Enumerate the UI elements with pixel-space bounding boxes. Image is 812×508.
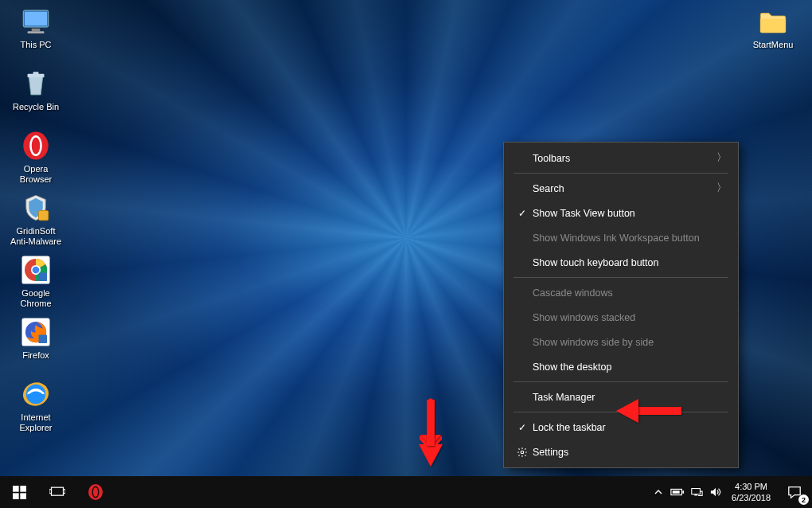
tray-network-icon[interactable] (687, 476, 706, 508)
svg-rect-1 (25, 12, 47, 26)
ie-icon (19, 377, 53, 411)
menu-item-label: Show windows stacked (533, 312, 635, 323)
svg-rect-23 (635, 407, 681, 415)
menu-item-label: Task Manager (533, 392, 595, 403)
desktop-icon-gridinsoft[interactable]: GridinSoft Anti-Malware (6, 190, 65, 252)
svg-rect-28 (52, 487, 64, 495)
taskbar[interactable]: 4:30 PM 6/23/2018 2 (0, 476, 812, 508)
menu-item-toolbars[interactable]: Toolbars 〉 (504, 146, 738, 170)
tray-volume-icon[interactable] (706, 476, 725, 508)
menu-item-label: Cascade windows (533, 287, 613, 299)
menu-separator (513, 173, 728, 174)
menu-item-show-touch-kb[interactable]: Show touch keyboard button (504, 250, 738, 275)
desktop-icons-grid: This PC Recycle Bin Opera Browser Gridin… (6, 3, 65, 473)
windows-icon (13, 486, 26, 499)
clock-time: 4:30 PM (732, 481, 771, 492)
opera-icon (19, 129, 53, 162)
svg-rect-14 (39, 273, 48, 282)
task-view-button[interactable] (38, 476, 76, 508)
menu-item-search[interactable]: Search 〉 (504, 176, 738, 201)
check-icon: ✓ (512, 422, 533, 433)
svg-rect-2 (32, 29, 41, 32)
desktop[interactable]: This PC Recycle Bin Opera Browser Gridin… (0, 0, 812, 476)
task-view-icon (49, 486, 65, 498)
svg-rect-26 (13, 493, 19, 499)
firefox-icon (19, 315, 53, 349)
desktop-icon-opera[interactable]: Opera Browser (6, 127, 65, 190)
tray-chevron-up[interactable] (649, 476, 668, 508)
tray-battery-icon[interactable] (668, 476, 687, 508)
svg-rect-9 (39, 211, 49, 221)
opera-taskbar-button[interactable] (76, 476, 115, 508)
action-center-button[interactable]: 2 (777, 476, 812, 508)
desktop-icon-label: GridinSoft Anti-Malware (7, 226, 64, 246)
recycle-bin-icon (19, 67, 53, 100)
desktop-icon-label: Recycle Bin (13, 102, 59, 112)
svg-point-21 (521, 451, 524, 454)
menu-item-show-desktop[interactable]: Show the desktop (504, 354, 738, 379)
menu-item-label: Search (533, 183, 564, 194)
svg-rect-17 (39, 335, 48, 344)
svg-rect-24 (13, 486, 19, 492)
desktop-icon-ie[interactable]: Internet Explorer (6, 376, 65, 438)
start-button[interactable] (0, 476, 38, 508)
svg-rect-36 (673, 490, 680, 494)
pc-icon (19, 5, 53, 38)
svg-rect-5 (33, 72, 39, 75)
menu-item-label: Show Windows Ink Workspace button (533, 233, 700, 244)
svg-rect-37 (692, 489, 701, 494)
menu-item-stacked: Show windows stacked (504, 305, 738, 330)
menu-item-label: Settings (533, 447, 568, 458)
shield-icon (19, 191, 53, 225)
menu-item-show-task-view[interactable]: ✓ Show Task View button (504, 201, 738, 225)
menu-separator (513, 277, 728, 278)
system-tray: 4:30 PM 6/23/2018 2 (649, 476, 812, 508)
desktop-icon-startmenu[interactable]: StartMenu (744, 3, 802, 65)
menu-separator (513, 381, 728, 382)
annotation-arrow-left (613, 397, 685, 428)
taskbar-clock[interactable]: 4:30 PM 6/23/2018 (725, 481, 777, 504)
notification-badge: 2 (798, 494, 809, 505)
svg-rect-22 (427, 400, 435, 446)
gear-icon (512, 447, 533, 458)
desktop-icon-label: Firefox (22, 350, 49, 361)
menu-item-settings[interactable]: Settings (504, 440, 738, 464)
menu-item-label: Toolbars (533, 153, 570, 164)
desktop-icon-firefox[interactable]: Firefox (6, 314, 65, 376)
folder-icon (756, 5, 790, 38)
menu-item-label: Lock the taskbar (533, 422, 606, 433)
svg-rect-29 (49, 490, 52, 494)
menu-item-label: Show windows side by side (533, 337, 654, 348)
menu-item-side-by-side: Show windows side by side (504, 330, 738, 354)
svg-point-13 (33, 267, 40, 274)
desktop-icon-this-pc[interactable]: This PC (6, 3, 65, 65)
desktop-icon-label: StartMenu (753, 40, 794, 50)
opera-icon (86, 483, 105, 502)
menu-item-label: Show touch keyboard button (533, 257, 658, 268)
menu-item-show-ink: Show Windows Ink Workspace button (504, 225, 738, 250)
desktop-icon-label: Opera Browser (7, 164, 64, 184)
menu-item-label: Show the desktop (533, 361, 611, 373)
svg-rect-20 (28, 394, 45, 397)
chrome-icon (19, 253, 53, 287)
svg-rect-3 (28, 31, 45, 33)
desktop-icon-label: Internet Explorer (7, 412, 64, 432)
svg-rect-25 (20, 486, 26, 492)
desktop-icon-recycle-bin[interactable]: Recycle Bin (6, 65, 65, 127)
desktop-icon-label: Google Chrome (7, 288, 64, 308)
svg-rect-30 (64, 490, 66, 494)
desktop-icon-label: This PC (20, 40, 51, 50)
chevron-right-icon: 〉 (716, 182, 727, 195)
svg-point-8 (32, 138, 41, 154)
clock-date: 6/23/2018 (732, 492, 771, 503)
menu-item-label: Show Task View button (533, 208, 635, 219)
svg-rect-35 (682, 490, 684, 494)
svg-rect-27 (20, 493, 26, 499)
check-icon: ✓ (512, 208, 533, 219)
annotation-arrow-down (417, 398, 444, 473)
svg-rect-38 (694, 494, 697, 496)
chevron-right-icon: 〉 (716, 151, 727, 165)
menu-item-cascade: Cascade windows (504, 280, 738, 305)
desktop-icon-chrome[interactable]: Google Chrome (6, 252, 65, 314)
svg-point-33 (93, 487, 98, 497)
